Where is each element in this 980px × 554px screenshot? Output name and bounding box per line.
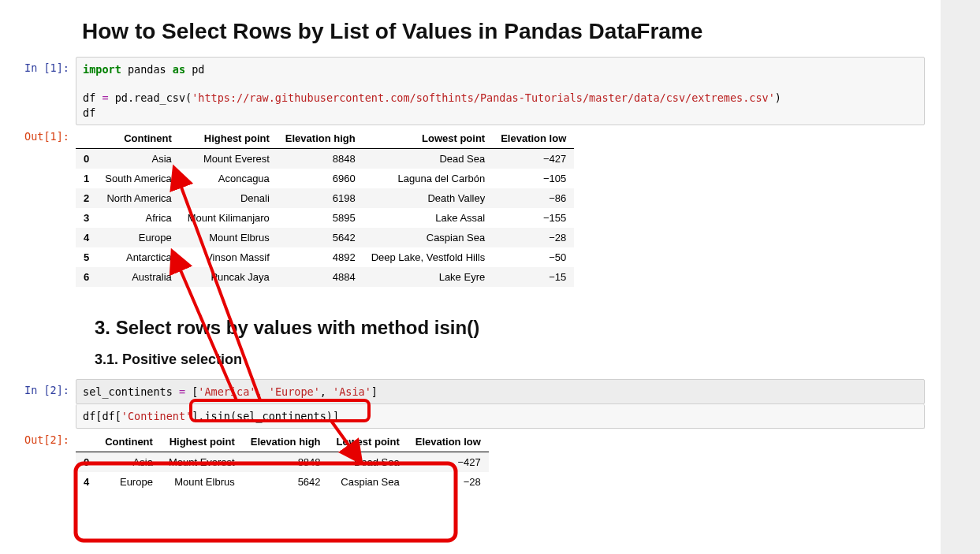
dataframe-table-2: ContinentHighest pointElevation highLowe… [76,432,489,492]
cell-out-1: Out[1]: ContinentHighest pointElevation … [0,125,941,293]
cell-body-out-2: ContinentHighest pointElevation highLowe… [76,429,925,498]
cell-high_pt: Mount Everest [180,148,278,169]
row-index: 6 [76,267,97,287]
prompt-out-1: Out[1]: [0,125,76,143]
code-block-2a[interactable]: sel_continents = ['America', 'Europe', '… [76,379,925,404]
code-block-2b[interactable]: df[df['Continent'].isin(sel_continents)] [76,404,925,429]
txt-dfdf: df[df[ [83,410,121,422]
cell-elev_low: −50 [493,247,574,267]
cell-low_pt: Lake Eyre [363,267,494,287]
cell-continent: Europe [97,228,180,247]
table-row: 6AustraliaPuncak Jaya4884Lake Eyre−15 [76,267,574,287]
prompt-in-2: In [2]: [0,379,76,396]
right-gutter [941,0,980,554]
cell-elev_high: 5642 [278,228,363,247]
cell-elev_low: −28 [408,472,489,492]
txt-close-paren: ) [775,91,781,104]
cell-elev_low: −105 [493,169,574,188]
cell-high_pt: Mount Elbrus [180,228,278,247]
txt-open-bracket: [ [185,385,198,398]
cell-continent: South America [97,169,180,188]
cell-low_pt: Caspian Sea [329,472,408,492]
table-row: 1South AmericaAconcagua6960Laguna del Ca… [76,169,574,188]
cell-elev_low: −86 [493,188,574,208]
col-header [76,432,97,452]
str-america: 'America' [198,385,255,398]
notebook: How to Select Rows by List of Values in … [0,0,941,498]
cell-high_pt: Aconcagua [180,169,278,188]
cell-high_pt: Mount Everest [161,452,243,473]
col-header: Highest point [161,432,243,452]
cell-out-2: Out[2]: ContinentHighest pointElevation … [0,429,941,498]
cell-continent: Asia [97,148,180,169]
cell-continent: Asia [97,452,161,473]
cell-body-in-1: import pandas as pd df = pd.read_csv('ht… [76,57,925,125]
page-title: How to Select Rows by List of Values in … [82,19,941,44]
cell-elev_high: 5895 [278,208,363,228]
table-row: 0AsiaMount Everest8848Dead Sea−427 [76,148,574,169]
txt-df-assign: df [83,91,102,104]
cell-low_pt: Lake Assal [363,208,494,228]
str-europe: 'Europe' [269,385,320,398]
code-block-1[interactable]: import pandas as pd df = pd.read_csv('ht… [76,57,925,125]
txt-isin-call: ].isin(sel_continents)] [192,410,339,422]
cell-continent: North America [97,188,180,208]
cell-low_pt: Death Valley [363,188,494,208]
cell-high_pt: Mount Elbrus [161,472,243,492]
row-index: 3 [76,208,97,228]
table-row: 0AsiaMount Everest8848Dead Sea−427 [76,452,489,473]
comma-2: , [320,385,333,398]
cell-continent: Australia [97,267,180,287]
table-row: 3AfricaMount Kilimanjaro5895Lake Assal−1… [76,208,574,228]
txt-sel-assign: sel_continents [83,385,179,398]
op-eq-2: = [179,385,185,398]
cell-elev_high: 6198 [278,188,363,208]
cell-low_pt: Dead Sea [329,452,408,473]
col-header: Elevation low [408,432,489,452]
row-index: 2 [76,188,97,208]
cell-in-2: In [2]: sel_continents = ['America', 'Eu… [0,379,941,429]
cell-elev_high: 8848 [278,148,363,169]
row-index: 1 [76,169,97,188]
kw-import: import [83,63,121,76]
col-header: Lowest point [329,432,408,452]
page: How to Select Rows by List of Values in … [0,0,980,554]
row-index: 4 [76,472,97,492]
table-row: 5AntarcticaVinson Massif4892Deep Lake, V… [76,247,574,267]
kw-as: as [173,63,185,76]
table-row: 4EuropeMount Elbrus5642Caspian Sea−28 [76,472,489,492]
cell-continent: Europe [97,472,161,492]
cell-elev_high: 8848 [243,452,329,473]
op-eq-1: = [102,91,108,104]
col-header: Elevation low [493,128,574,149]
cell-in-1: In [1]: import pandas as pd df = pd.read… [0,57,941,125]
col-header: Elevation high [278,128,363,149]
row-index: 0 [76,148,97,169]
cell-body-in-2: sel_continents = ['America', 'Europe', '… [76,379,925,429]
table-row: 2North AmericaDenali6198Death Valley−86 [76,188,574,208]
dataframe-table-1: ContinentHighest pointElevation highLowe… [76,128,574,287]
prompt-in-1: In [1]: [0,57,76,74]
col-header: Highest point [180,128,278,149]
col-header: Lowest point [363,128,494,149]
txt-close-bracket: ] [371,385,378,398]
col-header: Elevation high [243,432,329,452]
cell-elev_low: −15 [493,267,574,287]
cell-elev_high: 6960 [278,169,363,188]
cell-continent: Africa [97,208,180,228]
txt-pandas: pandas [121,63,173,76]
str-continent: 'Continent' [121,410,192,422]
table-row: 4EuropeMount Elbrus5642Caspian Sea−28 [76,228,574,247]
cell-low_pt: Laguna del Carbón [363,169,494,188]
txt-pd: pd [185,63,204,76]
cell-elev_high: 4884 [278,267,363,287]
cell-body-out-1: ContinentHighest pointElevation highLowe… [76,125,925,293]
cell-elev_high: 4892 [278,247,363,267]
col-header: Continent [97,432,161,452]
row-index: 4 [76,228,97,247]
cell-high_pt: Mount Kilimanjaro [180,208,278,228]
row-index: 0 [76,452,97,473]
str-url: 'https://raw.githubusercontent.com/softh… [192,91,775,104]
cell-elev_low: −427 [493,148,574,169]
cell-high_pt: Puncak Jaya [180,267,278,287]
